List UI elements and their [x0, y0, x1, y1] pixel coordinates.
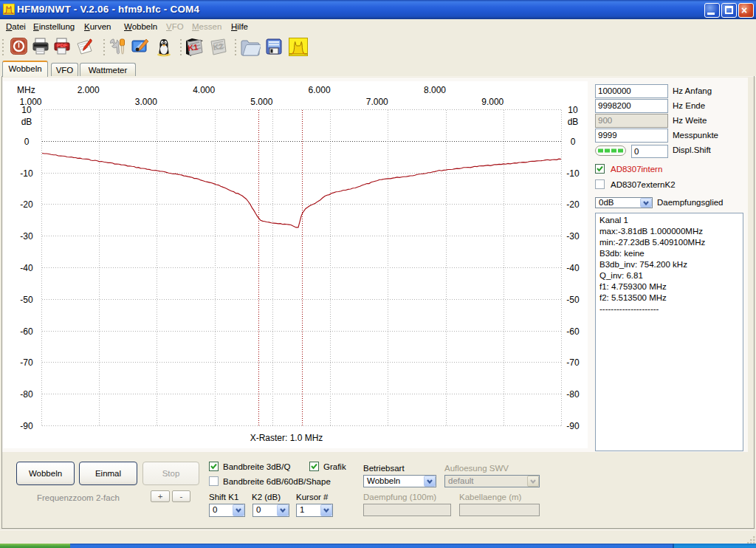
- svg-text:K1: K1: [188, 42, 199, 52]
- svg-text:K2: K2: [213, 41, 224, 52]
- svg-text:PDF: PDF: [57, 43, 68, 48]
